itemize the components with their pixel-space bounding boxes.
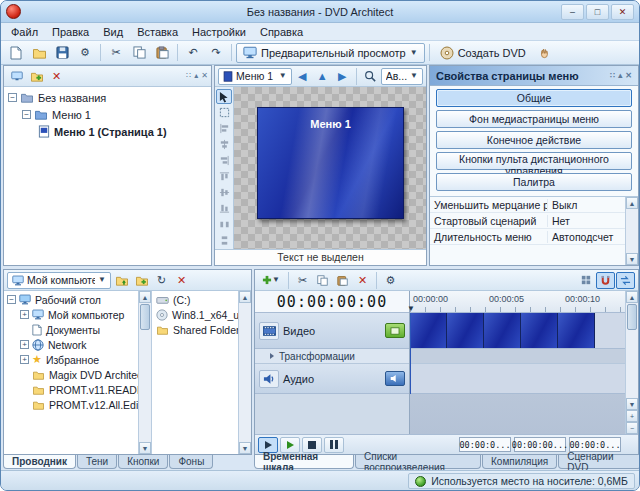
menu-selector-dropdown[interactable]: Меню 1 ▼ — [218, 68, 292, 85]
scroll-track[interactable] — [626, 303, 638, 398]
close-button[interactable]: ✕ — [611, 4, 634, 20]
selection-tool-button[interactable] — [216, 89, 232, 104]
expand-toggle[interactable]: + — [20, 340, 29, 349]
event-properties-button[interactable]: ⚙ — [381, 272, 400, 289]
zoom-in-button[interactable]: + — [626, 410, 638, 422]
nav-up-button[interactable]: ▲ — [313, 68, 332, 85]
tab-themes[interactable]: Тени — [77, 455, 117, 469]
scroll-up-button[interactable]: ▲ — [239, 291, 251, 303]
insert-media-button[interactable]: ▼ — [258, 272, 284, 289]
align-bottom-button[interactable] — [216, 201, 232, 216]
panel-close-button[interactable]: ✕ — [201, 72, 208, 80]
video-event-frame[interactable] — [447, 313, 484, 348]
property-value[interactable]: Нет — [547, 215, 625, 227]
video-track-header[interactable]: Видео — [255, 313, 409, 349]
tab-playlists[interactable]: Списки воспроизведения — [355, 455, 481, 469]
tab-dvd-scripts[interactable]: Сценарии DVD — [558, 455, 640, 469]
paste-button[interactable] — [151, 43, 173, 63]
file-row-drive-c[interactable]: (C:) — [152, 292, 238, 307]
expand-toggle[interactable]: + — [20, 355, 29, 364]
timecode-display[interactable]: 00:00:00:00 — [255, 291, 409, 313]
panel-collapse-button[interactable]: ▴ — [618, 72, 622, 80]
video-event-frame[interactable] — [410, 313, 447, 348]
scroll-down-button[interactable]: ▼ — [626, 398, 638, 410]
paste-event-button[interactable] — [333, 272, 352, 289]
expand-toggle[interactable]: − — [8, 93, 17, 102]
props-tab-background[interactable]: Фон медиастраницы меню — [436, 110, 632, 128]
audio-track-lane[interactable] — [410, 364, 625, 394]
undo-button[interactable]: ↶ — [182, 43, 204, 63]
scroll-up-button[interactable]: ▲ — [139, 291, 151, 303]
audio-mute-button[interactable] — [385, 371, 405, 386]
file-row-win81-disc[interactable]: Win8.1_x64_u_IS — [152, 307, 238, 322]
menu-edit[interactable]: Правка — [45, 24, 96, 40]
maximize-button[interactable]: □ — [586, 4, 609, 20]
file-list-scrollbar[interactable]: ▲ ▼ — [238, 291, 251, 454]
tree-row-promt11-folder[interactable]: PROMT.v11.READNFO_KE... — [4, 382, 138, 397]
menu-insert[interactable]: Вставка — [130, 24, 185, 40]
align-right-button[interactable] — [216, 153, 232, 168]
scroll-down-button[interactable]: ▼ — [139, 442, 151, 454]
video-event-frame[interactable] — [558, 313, 595, 348]
expand-toggle[interactable]: + — [20, 310, 29, 319]
location-dropdown[interactable]: Мой компьютер ▼ — [7, 272, 111, 289]
tree-row-promt12-folder[interactable]: PROMT.v12.All.Editions.R... — [4, 397, 138, 412]
playhead-marker[interactable]: ▼ — [407, 304, 415, 313]
distribute-h-button[interactable] — [216, 217, 232, 232]
tree-row-magix-folder[interactable]: Magix DVD Architect Stu... — [4, 367, 138, 382]
tab-buttons[interactable]: Кнопки — [118, 455, 168, 469]
scroll-track[interactable] — [239, 303, 251, 442]
menu-view[interactable]: Вид — [96, 24, 130, 40]
grid-view-button[interactable] — [576, 272, 595, 289]
project-properties-button[interactable]: ⚙ — [74, 43, 96, 63]
folder-up-button[interactable] — [112, 272, 131, 289]
video-event-frame[interactable] — [484, 313, 521, 348]
menu-preview[interactable]: Меню 1 — [257, 107, 404, 219]
align-left-button[interactable] — [216, 121, 232, 136]
zoom-level-dropdown[interactable]: Ав... ▼ — [381, 68, 423, 85]
video-track-lane[interactable] — [410, 313, 625, 349]
show-preview-button[interactable] — [7, 68, 26, 85]
props-tab-palette[interactable]: Палитра — [436, 173, 632, 191]
menu-options[interactable]: Настройки — [185, 24, 253, 40]
menu-help[interactable]: Справка — [253, 24, 310, 40]
new-folder-button[interactable] — [132, 272, 151, 289]
delete-item-button[interactable]: ✕ — [47, 68, 66, 85]
new-project-button[interactable] — [5, 43, 27, 63]
panel-grip-icon[interactable]: ∷ — [610, 72, 615, 80]
snap-button[interactable] — [596, 272, 615, 289]
video-event-frame[interactable] — [521, 313, 558, 348]
properties-scrollbar[interactable]: ▲ ▼ — [625, 197, 638, 265]
distribute-v-button[interactable] — [216, 233, 232, 248]
expand-toggle[interactable]: − — [7, 295, 16, 304]
props-tab-remote-buttons[interactable]: Кнопки пульта дистанционного управления — [436, 152, 632, 170]
insert-video-button[interactable] — [385, 323, 405, 338]
tree-row-my-computer[interactable]: + Мой компьютер — [4, 307, 138, 322]
props-tab-general[interactable]: Общие — [436, 89, 632, 107]
scroll-track[interactable] — [139, 303, 151, 442]
align-center-button[interactable] — [216, 137, 232, 152]
interaction-hand-button[interactable] — [533, 43, 555, 63]
selection-end-timecode[interactable]: 00:00:00... — [514, 437, 566, 452]
tab-explorer[interactable]: Проводник — [3, 455, 76, 469]
menu-canvas[interactable]: Меню 1 — [234, 87, 426, 249]
tab-timeline[interactable]: Временная шкала — [254, 455, 354, 469]
scroll-up-button[interactable]: ▲ — [626, 197, 638, 209]
scroll-up-button[interactable]: ▲ — [626, 291, 638, 303]
panel-close-button[interactable]: ✕ — [625, 72, 632, 80]
panel-collapse-button[interactable]: ▴ — [194, 72, 198, 80]
refresh-button[interactable]: ↻ — [152, 272, 171, 289]
delete-event-button[interactable]: ✕ — [353, 272, 372, 289]
delete-file-button[interactable]: ✕ — [172, 272, 191, 289]
tree-row-network[interactable]: + Network — [4, 337, 138, 352]
property-row[interactable]: Длительность меню Автоподсчет — [430, 229, 625, 245]
panel-grip-icon[interactable]: ∷ — [186, 72, 191, 80]
auto-ripple-button[interactable] — [616, 272, 635, 289]
nav-back-button[interactable]: ◀ — [293, 68, 312, 85]
tab-backgrounds[interactable]: Фоны — [169, 455, 213, 469]
cut-event-button[interactable]: ✂ — [293, 272, 312, 289]
tree-row-favorites[interactable]: + ★ Избранное — [4, 352, 138, 367]
tree-row-desktop[interactable]: − Рабочий стол — [4, 292, 138, 307]
copy-button[interactable] — [128, 43, 150, 63]
scroll-track[interactable] — [626, 209, 638, 253]
